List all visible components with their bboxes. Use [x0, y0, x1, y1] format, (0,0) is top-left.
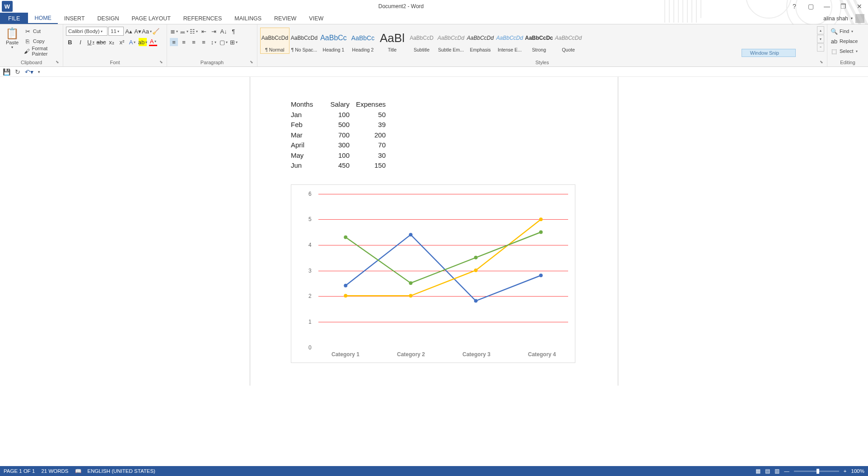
subscript-button[interactable]: x₂: [107, 38, 116, 46]
svg-point-8: [409, 294, 412, 297]
spellcheck-icon[interactable]: 📖: [75, 468, 81, 474]
language-indicator[interactable]: ENGLISH (UNITED STATES): [88, 468, 155, 474]
svg-point-7: [344, 294, 347, 297]
paste-button[interactable]: 📋 Paste ▾: [3, 26, 22, 50]
bold-button[interactable]: B: [66, 38, 74, 46]
numbering-button[interactable]: ⅏: [180, 27, 188, 35]
qat-customize[interactable]: ▾: [38, 70, 40, 74]
minimize-icon[interactable]: —: [822, 3, 832, 10]
redo-button[interactable]: ↻: [15, 68, 20, 75]
web-layout-button[interactable]: ▥: [775, 468, 779, 474]
save-button[interactable]: 💾: [3, 68, 10, 75]
font-launcher[interactable]: ⬊: [159, 60, 163, 64]
tab-view[interactable]: VIEW: [303, 13, 330, 24]
ribbon-options-icon[interactable]: ▢: [806, 3, 816, 10]
style-item[interactable]: AaBbCcDdSubtle Em...: [436, 28, 466, 54]
align-right-button[interactable]: ≡: [190, 38, 198, 46]
align-left-button[interactable]: ≡: [170, 38, 178, 46]
find-button[interactable]: 🔍Find: [830, 26, 853, 36]
clear-formatting-button[interactable]: 🧹: [152, 27, 160, 35]
styles-gallery[interactable]: AaBbCcDd¶ NormalAaBbCcDd¶ No Spac...AaBb…: [260, 26, 815, 55]
clipboard-launcher[interactable]: ⬊: [56, 60, 59, 64]
style-item[interactable]: AaBbCcDd¶ Normal: [260, 28, 289, 54]
tab-insert[interactable]: INSERT: [58, 13, 91, 24]
select-button[interactable]: ⬚Select: [830, 46, 858, 56]
font-size-select[interactable]: 11: [108, 27, 124, 36]
zoom-level[interactable]: 100%: [851, 468, 864, 474]
tab-review[interactable]: REVIEW: [268, 13, 303, 24]
close-icon[interactable]: ✕: [854, 3, 864, 10]
word-count[interactable]: 21 WORDS: [41, 468, 68, 474]
style-item[interactable]: AaBbCcDdIntense E...: [495, 28, 524, 54]
tab-home[interactable]: HOME: [28, 13, 58, 24]
style-item[interactable]: AaBbCcHeading 2: [348, 28, 378, 54]
decrease-indent-button[interactable]: ⇤: [200, 27, 208, 35]
print-layout-button[interactable]: ▤: [765, 468, 770, 474]
style-item[interactable]: AaBbCcHeading 1: [319, 28, 348, 54]
tab-references[interactable]: REFERENCES: [177, 13, 228, 24]
zoom-out-button[interactable]: —: [784, 468, 789, 474]
help-icon[interactable]: ?: [789, 3, 799, 10]
avatar: [855, 14, 864, 23]
copy-icon: ⎘: [23, 37, 32, 45]
svg-point-10: [539, 217, 543, 221]
svg-point-12: [409, 281, 412, 285]
style-item[interactable]: AaBbCcDSubtitle: [407, 28, 436, 54]
tab-file[interactable]: FILE: [0, 13, 28, 24]
underline-button[interactable]: U: [87, 38, 95, 46]
page-indicator[interactable]: PAGE 1 OF 1: [4, 468, 35, 474]
bullets-button[interactable]: ≣: [170, 27, 178, 35]
increase-indent-button[interactable]: ⇥: [210, 27, 218, 35]
styles-launcher[interactable]: ⬊: [820, 60, 823, 64]
font-name-select[interactable]: Calibri (Body): [66, 27, 107, 36]
ribbon-tabs: FILE HOME INSERT DESIGN PAGE LAYOUT REFE…: [0, 13, 868, 24]
shading-button[interactable]: ▢: [219, 38, 228, 46]
replace-button[interactable]: abReplace: [830, 36, 858, 46]
line-spacing-button[interactable]: ↕: [210, 38, 218, 46]
strike-button[interactable]: abc: [97, 38, 105, 46]
superscript-button[interactable]: x²: [118, 38, 126, 46]
text-effects-button[interactable]: A: [128, 38, 136, 46]
format-painter-button[interactable]: 🖌Format Painter: [23, 46, 60, 56]
tab-mailings[interactable]: MAILINGS: [228, 13, 268, 24]
replace-icon: ab: [830, 37, 838, 45]
cut-button[interactable]: ✂Cut: [23, 26, 60, 36]
copy-button[interactable]: ⎘Copy: [23, 36, 60, 46]
page[interactable]: MonthsSalaryExpensesJan10050Feb50039Mar7…: [250, 77, 618, 386]
align-center-button[interactable]: ≡: [180, 38, 188, 46]
restore-icon[interactable]: ❐: [838, 3, 848, 10]
user-account[interactable]: alina shah ▾: [823, 13, 868, 24]
shrink-font-button[interactable]: A▾: [134, 27, 142, 35]
chart[interactable]: 0123456Category 1Category 2Category 3Cat…: [291, 184, 575, 363]
grow-font-button[interactable]: A▴: [125, 27, 133, 35]
paste-icon: 📋: [5, 27, 19, 40]
borders-button[interactable]: ⊞: [229, 38, 238, 46]
style-item[interactable]: AaBbCcDd¶ No Spac...: [289, 28, 319, 54]
justify-button[interactable]: ≡: [200, 38, 208, 46]
font-color-button[interactable]: A: [149, 38, 157, 46]
document-area[interactable]: MonthsSalaryExpensesJan10050Feb50039Mar7…: [0, 77, 868, 466]
read-mode-button[interactable]: ▦: [756, 468, 761, 474]
styles-scroll-up[interactable]: ▴: [817, 26, 824, 34]
styles-scroll-down[interactable]: ▾: [817, 35, 824, 43]
style-item[interactable]: AaBlTitle: [378, 28, 407, 54]
change-case-button[interactable]: Aa: [143, 27, 151, 35]
tab-design[interactable]: DESIGN: [91, 13, 126, 24]
style-item[interactable]: AaBbCcDcStrong: [524, 28, 554, 54]
zoom-in-button[interactable]: +: [844, 468, 847, 474]
svg-point-6: [539, 273, 543, 277]
multilevel-button[interactable]: ☷: [190, 27, 198, 35]
highlight-button[interactable]: ab: [139, 38, 147, 46]
styles-expand[interactable]: ⁼: [817, 43, 824, 52]
find-icon: 🔍: [830, 27, 838, 35]
undo-button[interactable]: ↶▾: [25, 68, 33, 75]
show-marks-button[interactable]: ¶: [229, 27, 238, 35]
tab-page-layout[interactable]: PAGE LAYOUT: [125, 13, 177, 24]
style-item[interactable]: AaBbCcDdEmphasis: [466, 28, 495, 54]
style-item[interactable]: AaBbCcDdQuote: [554, 28, 583, 54]
zoom-slider[interactable]: [794, 471, 839, 472]
data-table: MonthsSalaryExpensesJan10050Feb50039Mar7…: [291, 99, 577, 171]
italic-button[interactable]: I: [76, 38, 84, 46]
paragraph-launcher[interactable]: ⬊: [250, 60, 253, 64]
sort-button[interactable]: A↓: [219, 27, 228, 35]
